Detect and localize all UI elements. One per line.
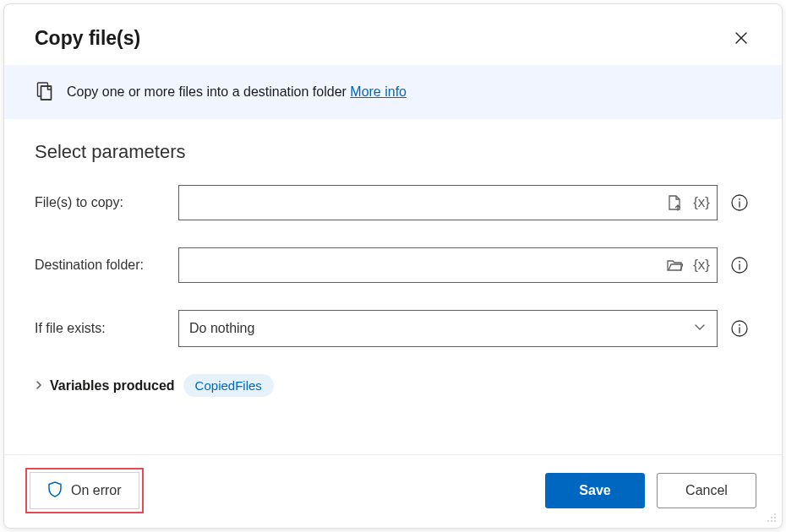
field-if-file-exists: If file exists: Do nothing (35, 310, 751, 347)
info-icon (730, 193, 749, 212)
files-input[interactable] (189, 194, 658, 211)
folder-picker-icon (666, 258, 683, 273)
insert-variable-button[interactable]: {x} (691, 194, 712, 211)
svg-point-3 (739, 198, 740, 200)
destination-label: Destination folder: (35, 258, 178, 273)
info-banner: Copy one or more files into a destinatio… (4, 65, 782, 119)
copy-files-icon (35, 80, 55, 104)
insert-variable-button[interactable]: {x} (691, 257, 712, 274)
dialog-body: Select parameters File(s) to copy: {x} (4, 119, 782, 454)
chevron-down-icon (693, 320, 707, 337)
destination-input[interactable] (189, 257, 658, 274)
svg-point-5 (739, 261, 740, 263)
files-info-button[interactable] (728, 191, 751, 214)
variables-produced-row: Variables produced CopiedFiles (35, 374, 751, 397)
info-icon (730, 256, 749, 274)
field-destination-folder: Destination folder: {x} (35, 247, 751, 283)
files-input-wrapper: {x} (178, 185, 718, 220)
dialog-header: Copy file(s) (4, 4, 782, 65)
files-label: File(s) to copy: (35, 195, 178, 210)
ifexists-select[interactable]: Do nothing (178, 310, 718, 347)
info-icon (730, 319, 749, 338)
close-button[interactable] (726, 23, 756, 53)
variables-produced-label: Variables produced (50, 378, 175, 394)
close-icon (734, 31, 748, 45)
field-files-to-copy: File(s) to copy: {x} (35, 185, 751, 220)
variable-chip-copiedfiles[interactable]: CopiedFiles (183, 374, 274, 397)
svg-point-7 (739, 324, 740, 326)
select-file-button[interactable] (663, 191, 686, 214)
select-folder-button[interactable] (663, 253, 686, 277)
more-info-link[interactable]: More info (350, 84, 407, 99)
ifexists-info-button[interactable] (728, 317, 751, 340)
on-error-button[interactable]: On error (30, 472, 139, 509)
section-title: Select parameters (35, 141, 751, 163)
variables-produced-toggle[interactable]: Variables produced (35, 378, 175, 394)
cancel-button[interactable]: Cancel (657, 473, 756, 508)
dialog-footer: On error Save Cancel (4, 454, 782, 528)
chevron-right-icon (35, 379, 43, 393)
ifexists-label: If file exists: (35, 321, 178, 336)
resize-grip-icon[interactable] (767, 513, 778, 524)
copy-files-dialog: Copy file(s) Copy one or more files into… (3, 3, 783, 529)
file-picker-icon (667, 194, 682, 211)
banner-text: Copy one or more files into a destinatio… (67, 84, 350, 99)
destination-info-button[interactable] (728, 253, 751, 277)
on-error-label: On error (71, 483, 122, 498)
destination-input-wrapper: {x} (178, 247, 718, 283)
dialog-title: Copy file(s) (35, 27, 140, 50)
footer-actions: Save Cancel (545, 473, 756, 508)
ifexists-selected-value: Do nothing (189, 321, 254, 336)
shield-icon (47, 480, 63, 501)
save-button[interactable]: Save (545, 473, 645, 508)
banner-text-wrap: Copy one or more files into a destinatio… (67, 84, 407, 100)
